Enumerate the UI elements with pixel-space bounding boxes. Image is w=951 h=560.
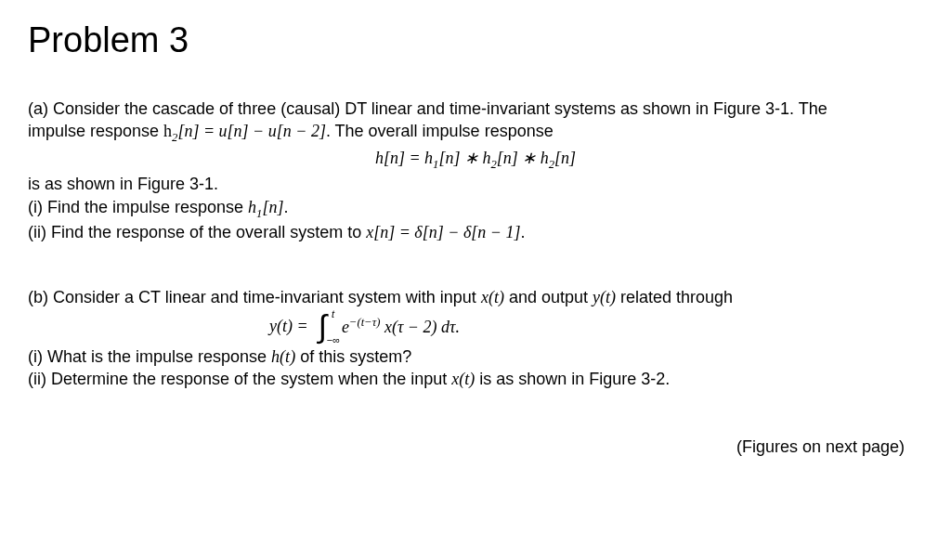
- part-b-intro: (b) Consider a CT linear and time-invari…: [28, 286, 923, 308]
- part-a-ii-math: x[n] = δ[n] − δ[n − 1]: [366, 223, 520, 241]
- part-b: (b) Consider a CT linear and time-invari…: [28, 286, 923, 391]
- part-b-ii-prefix: (ii) Determine the response of the syste…: [28, 370, 451, 388]
- part-b-i-suffix: of this system?: [295, 347, 411, 366]
- part-a-intro2-prefix: impulse response: [28, 122, 163, 140]
- part-a-item-ii: (ii) Find the response of the overall sy…: [28, 221, 923, 243]
- part-b-item-i: (i) What is the impulse response h(t) of…: [28, 345, 923, 368]
- part-b-intro-mid: and output: [504, 288, 593, 306]
- integral-lower-limit: −∞: [327, 334, 340, 345]
- part-b-ii-suffix: is as shown in Figure 3-2.: [475, 370, 670, 388]
- overall-impulse-equation: h[n] = h1[n] ∗ h2[n] ∗ h2[n]: [28, 148, 923, 172]
- part-b-i-math: h(t): [271, 347, 295, 366]
- part-b-item-ii: (ii) Determine the response of the syste…: [28, 368, 923, 390]
- part-b-yt: y(t): [593, 288, 616, 306]
- part-b-equation: y(t) = t ∫ −∞ e−(t−τ) x(τ − 2) dτ.: [28, 312, 923, 342]
- h2-definition: h2[n] = u[n] − u[n − 2]: [163, 122, 326, 140]
- part-a-intro-line1: (a) Consider the cascade of three (causa…: [28, 98, 923, 120]
- part-b-i-prefix: (i) What is the impulse response: [28, 347, 271, 366]
- part-a-i-suffix: .: [283, 198, 288, 216]
- part-a-i-prefix: (i) Find the impulse response: [28, 198, 248, 216]
- part-a-ii-prefix: (ii) Find the response of the overall sy…: [28, 223, 366, 241]
- part-b-ii-math: x(t): [451, 370, 475, 388]
- eq-lhs: y(t) =: [269, 317, 317, 336]
- integral-symbol: t ∫ −∞: [319, 312, 327, 342]
- eq-integrand: e−(t−τ) x(τ − 2) dτ.: [342, 316, 460, 337]
- part-a-intro-line2: impulse response h2[n] = u[n] − u[n − 2]…: [28, 120, 923, 146]
- part-b-xt: x(t): [481, 288, 504, 306]
- part-a-intro2-suffix: . The overall impulse response: [326, 122, 554, 140]
- part-b-intro-prefix: (b) Consider a CT linear and time-invari…: [28, 288, 481, 306]
- integral-upper-limit: t: [332, 308, 334, 319]
- part-a-i-math: h1[n]: [248, 198, 283, 216]
- part-a-ii-suffix: .: [520, 223, 525, 241]
- part-b-intro-suffix: related through: [616, 288, 733, 306]
- problem-title: Problem 3: [28, 20, 923, 60]
- part-a: (a) Consider the cascade of three (causa…: [28, 98, 923, 244]
- figures-note: (Figures on next page): [28, 437, 923, 457]
- part-a-intro-line3: is as shown in Figure 3-1.: [28, 173, 923, 195]
- part-a-item-i: (i) Find the impulse response h1[n].: [28, 196, 923, 222]
